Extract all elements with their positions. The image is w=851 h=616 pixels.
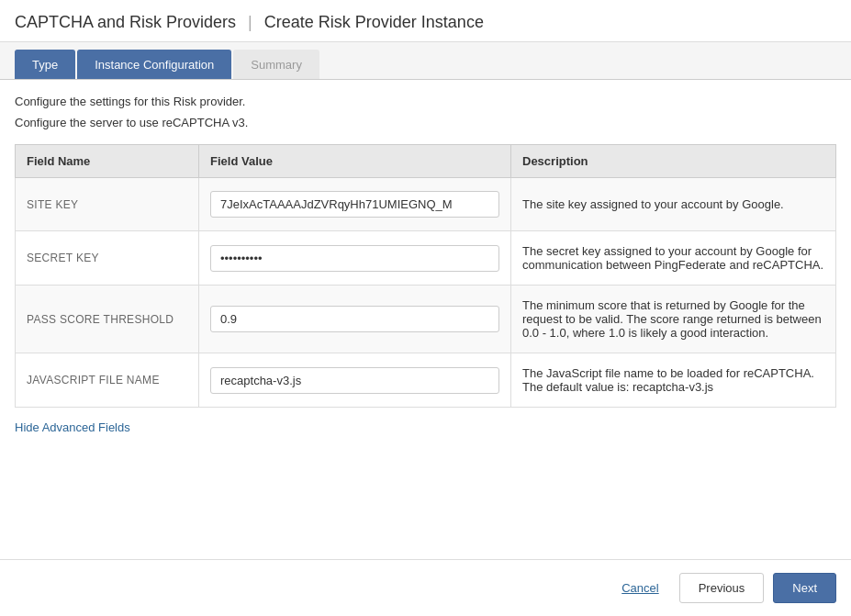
field-value-cell[interactable] (199, 353, 511, 408)
next-button[interactable]: Next (773, 573, 836, 603)
breadcrumb-part1: CAPTCHA and Risk Providers (15, 13, 236, 31)
field-value-cell[interactable] (199, 178, 511, 231)
field-name-cell: PASS SCORE THRESHOLD (16, 286, 199, 353)
config-table: Field Name Field Value Description SITE … (15, 144, 836, 408)
field-input-javascript-file-name[interactable] (210, 367, 499, 394)
field-value-cell[interactable] (199, 231, 511, 286)
breadcrumb-part2: Create Risk Provider Instance (264, 13, 484, 31)
field-name-cell: SECRET KEY (16, 231, 199, 286)
description-cell: The JavaScript file name to be loaded fo… (511, 353, 836, 408)
field-input-site-key[interactable] (210, 191, 499, 218)
previous-button[interactable]: Previous (679, 573, 765, 603)
tab-instance-configuration[interactable]: Instance Configuration (77, 50, 231, 79)
tabs-bar: Type Instance Configuration Summary (0, 42, 851, 80)
description-cell: The site key assigned to your account by… (511, 178, 836, 231)
cancel-button[interactable]: Cancel (610, 574, 669, 602)
field-input-pass-score-threshold[interactable] (210, 306, 499, 332)
breadcrumb-separator: | (248, 13, 252, 31)
table-row: PASS SCORE THRESHOLDThe minimum score th… (16, 286, 836, 353)
field-value-cell[interactable] (199, 286, 511, 353)
field-name-cell: SITE KEY (16, 178, 199, 231)
description-cell: The secret key assigned to your account … (511, 231, 836, 286)
field-input-secret-key[interactable] (210, 245, 499, 272)
main-content: Configure the settings for this Risk pro… (0, 80, 851, 434)
description-line1: Configure the settings for this Risk pro… (15, 95, 836, 108)
hide-advanced-fields-link[interactable]: Hide Advanced Fields (15, 420, 130, 434)
tab-type[interactable]: Type (15, 50, 75, 79)
table-header-row: Field Name Field Value Description (16, 145, 836, 178)
col-header-field-name: Field Name (16, 145, 199, 178)
col-header-field-value: Field Value (199, 145, 511, 178)
col-header-description: Description (511, 145, 836, 178)
footer-buttons: Cancel Previous Next (0, 559, 851, 616)
page-header: CAPTCHA and Risk Providers | Create Risk… (0, 0, 851, 42)
tab-summary: Summary (233, 50, 319, 79)
table-row: SECRET KEYThe secret key assigned to you… (16, 231, 836, 286)
field-name-cell: JAVASCRIPT FILE NAME (16, 353, 199, 408)
page-wrapper: CAPTCHA and Risk Providers | Create Risk… (0, 0, 851, 616)
description-cell: The minimum score that is returned by Go… (511, 286, 836, 353)
table-row: SITE KEYThe site key assigned to your ac… (16, 178, 836, 231)
table-row: JAVASCRIPT FILE NAMEThe JavaScript file … (16, 353, 836, 408)
description-line2: Configure the server to use reCAPTCHA v3… (15, 116, 836, 129)
